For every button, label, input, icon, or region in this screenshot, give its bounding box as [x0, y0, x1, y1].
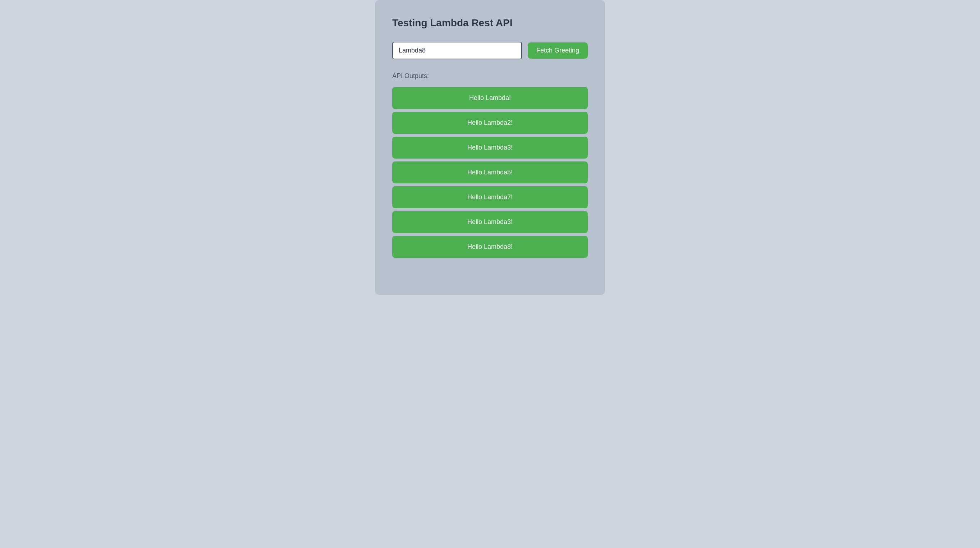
- output-item: Hello Lambda2!: [392, 112, 588, 134]
- page-wrapper: Testing Lambda Rest API Fetch Greeting A…: [0, 0, 980, 295]
- output-item: Hello Lambda!: [392, 87, 588, 109]
- main-card: Testing Lambda Rest API Fetch Greeting A…: [375, 0, 605, 295]
- page-title: Testing Lambda Rest API: [392, 17, 588, 29]
- input-row: Fetch Greeting: [392, 42, 588, 59]
- output-list: Hello Lambda!Hello Lambda2!Hello Lambda3…: [392, 87, 588, 258]
- output-item: Hello Lambda3!: [392, 211, 588, 233]
- output-item: Hello Lambda3!: [392, 137, 588, 159]
- output-item: Hello Lambda5!: [392, 161, 588, 183]
- fetch-greeting-button[interactable]: Fetch Greeting: [528, 42, 588, 59]
- output-item: Hello Lambda7!: [392, 186, 588, 208]
- name-input[interactable]: [392, 42, 522, 59]
- output-item: Hello Lambda8!: [392, 236, 588, 258]
- api-outputs-label: API Outputs:: [392, 72, 588, 80]
